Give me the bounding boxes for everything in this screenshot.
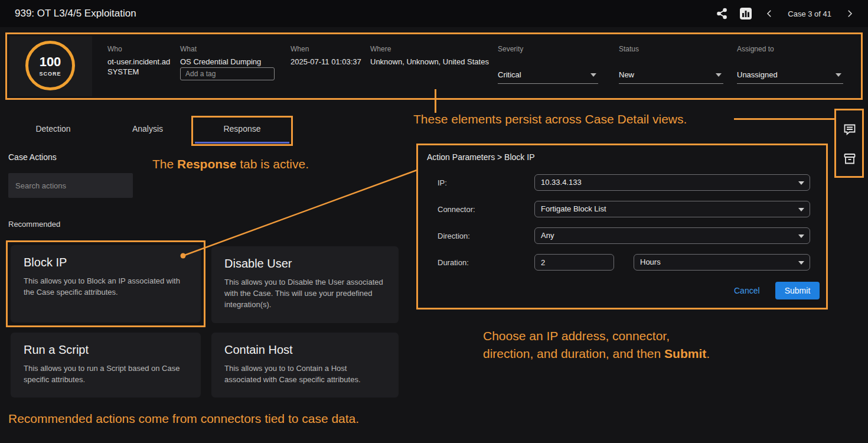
chevron-down-icon xyxy=(836,73,841,77)
dashboard-chart-icon[interactable] xyxy=(738,6,753,21)
severity-label: Severity xyxy=(498,45,523,53)
action-card-title: Disable User xyxy=(224,257,386,271)
search-actions-input[interactable] xyxy=(8,173,133,198)
where-value: Unknown, Unknown, United States xyxy=(370,57,489,66)
topbar: 939: OT L3/4/5 Exploitation Case 3 of 41 xyxy=(0,0,868,27)
annotation-text-span: Choose an IP address, connector, xyxy=(483,329,670,343)
annotation-choose-line1: Choose an IP address, connector, xyxy=(483,329,670,343)
chevron-down-icon xyxy=(798,261,804,265)
annotation-line-horizontal xyxy=(734,118,834,120)
connector-select[interactable]: Fortigate Block List xyxy=(534,201,810,217)
status-label: Status xyxy=(619,45,639,53)
annotation-box-action-parameters xyxy=(416,144,828,310)
annotation-recommended-text: Recommended actions come from connectors… xyxy=(8,412,359,426)
tab-detection[interactable]: Detection xyxy=(12,116,94,141)
ip-label: IP: xyxy=(438,178,447,187)
who-label: Who xyxy=(107,45,122,53)
ip-select[interactable]: 10.33.4.133 xyxy=(534,174,810,191)
connector-value: Fortigate Block List xyxy=(541,204,606,213)
ip-value: 10.33.4.133 xyxy=(541,178,582,187)
assigned-select[interactable]: Unassigned xyxy=(737,67,843,84)
score-ring: 100 SCORE xyxy=(25,41,75,90)
annotation-text-span: The xyxy=(152,157,177,171)
duration-label: Duration: xyxy=(438,258,469,267)
where-label: Where xyxy=(370,45,391,53)
annotation-box-right-rail xyxy=(834,109,864,178)
direction-value: Any xyxy=(541,231,554,240)
direction-label: Direction: xyxy=(438,232,470,240)
chevron-down-icon xyxy=(798,234,804,238)
duration-value-input[interactable] xyxy=(534,254,614,271)
submit-button[interactable]: Submit xyxy=(775,282,820,299)
annotation-text-bold: Response xyxy=(177,157,236,171)
chevron-down-icon xyxy=(798,208,804,211)
duration-unit-value: Hours xyxy=(640,258,661,266)
active-tab-underline xyxy=(195,142,289,144)
action-card-run-script[interactable]: Run a Script This allows you to run a Sc… xyxy=(11,333,201,398)
annotation-text-span: . xyxy=(706,347,710,360)
chevron-left-icon[interactable] xyxy=(762,6,777,21)
action-card-contain-host[interactable]: Contain Host This allows you to to Conta… xyxy=(211,333,399,398)
action-card-description: This allows you to to Contain a Host ass… xyxy=(224,363,386,385)
action-card-description: This allows you to Block an IP associate… xyxy=(24,275,188,298)
tab-response[interactable]: Response xyxy=(196,116,288,141)
case-detail-screen: 939: OT L3/4/5 Exploitation Case 3 of 41… xyxy=(0,0,868,443)
annotation-box-header xyxy=(5,32,863,100)
action-card-block-ip[interactable]: Block IP This allows you to Block an IP … xyxy=(11,245,201,323)
case-pagination: Case 3 of 41 xyxy=(788,9,831,18)
when-label: When xyxy=(291,45,309,53)
comments-icon[interactable] xyxy=(842,122,857,137)
chevron-down-icon xyxy=(590,73,596,77)
action-card-title: Run a Script xyxy=(24,343,188,357)
status-select[interactable]: New xyxy=(619,67,723,84)
action-card-description: This allows you to Disable the User asso… xyxy=(224,276,386,310)
annotation-persist-text: These elements persist across Case Detai… xyxy=(413,112,687,126)
archive-icon[interactable] xyxy=(842,151,857,167)
annotation-response-tab-text: The Response tab is active. xyxy=(152,157,309,171)
status-value: New xyxy=(619,67,723,83)
action-card-title: Block IP xyxy=(24,256,188,269)
annotation-text-span: tab is active. xyxy=(236,157,309,171)
when-value: 2025-07-11 01:03:37 xyxy=(291,57,361,66)
assigned-label: Assigned to xyxy=(737,45,774,53)
who-account: SYSTEM xyxy=(107,67,139,76)
score-label: SCORE xyxy=(39,71,61,77)
annotation-text-span: These elements persist across Case Detai… xyxy=(413,112,687,126)
action-card-title: Contain Host xyxy=(224,343,386,357)
topbar-actions: Case 3 of 41 xyxy=(714,0,857,27)
action-card-disable-user[interactable]: Disable User This allows you to Disable … xyxy=(211,246,399,323)
chevron-down-icon xyxy=(716,73,722,77)
score-tile: 100 SCORE xyxy=(9,36,92,96)
annotation-text-span: Recommended actions come from connectors… xyxy=(8,412,359,425)
chevron-right-icon[interactable] xyxy=(842,6,857,21)
page-title: 939: OT L3/4/5 Exploitation xyxy=(15,0,136,27)
connector-label: Connector: xyxy=(438,205,475,214)
annotation-choose-line2: direction, and duration, and then Submit… xyxy=(483,347,710,361)
direction-select[interactable]: Any xyxy=(534,227,810,244)
action-card-description: This allows you to run a Script based on… xyxy=(24,363,188,385)
add-tag-input[interactable] xyxy=(180,67,275,80)
case-actions-title: Case Actions xyxy=(8,152,57,162)
severity-value: Critical xyxy=(498,67,598,83)
assigned-value: Unassigned xyxy=(737,67,843,83)
annotation-text-span: direction, and duration, and then xyxy=(483,347,664,360)
tab-analysis[interactable]: Analysis xyxy=(106,116,189,141)
breadcrumb: Action Parameters > Block IP xyxy=(427,152,534,162)
severity-select[interactable]: Critical xyxy=(498,67,598,84)
what-label: What xyxy=(180,45,197,53)
duration-unit-select[interactable]: Hours xyxy=(634,254,810,271)
annotation-text-bold: Submit xyxy=(664,347,706,360)
cancel-button[interactable]: Cancel xyxy=(734,286,760,295)
who-user: ot-user.incident.ad xyxy=(107,57,170,66)
annotation-line-vertical xyxy=(435,89,436,113)
what-value: OS Credential Dumping xyxy=(180,57,261,66)
recommended-section-label: Recommended xyxy=(8,220,60,229)
share-icon[interactable] xyxy=(714,6,730,21)
score-value: 100 xyxy=(40,54,61,70)
chevron-down-icon xyxy=(798,181,804,185)
